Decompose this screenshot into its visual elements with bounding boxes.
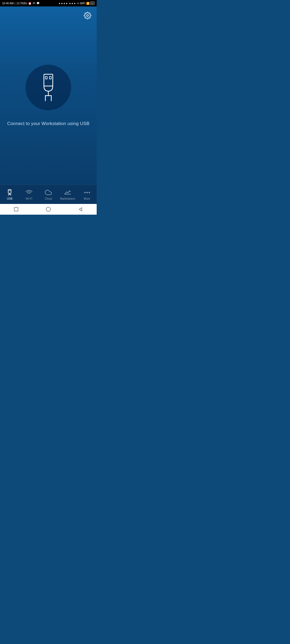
wifi-status-icon: WiFi — [80, 2, 85, 5]
cloud-nav-icon — [45, 189, 52, 196]
battery-icon: 64 — [90, 2, 95, 5]
center-area: Connect to your Workstation using USB — [2, 6, 95, 185]
main-content: Connect to your Workstation using USB — [0, 6, 97, 185]
tab-more-label: More — [84, 197, 90, 200]
alarm-icon: ⏰ — [28, 2, 31, 5]
tab-usb-label: USB — [7, 197, 12, 200]
network-speed-value: 13.7KB/s — [16, 2, 27, 5]
status-bar: 10:46 AM | 13.7KB/s ⏰ 🎮 💬 ▲▲▲▲ ▲▲▲ Vo Wi… — [0, 0, 97, 6]
more-nav-icon — [83, 189, 91, 196]
settings-button[interactable] — [83, 11, 92, 20]
status-right: ▲▲▲▲ ▲▲▲ Vo WiFi 📶 64 — [58, 2, 95, 5]
wifi-nav-icon — [25, 189, 33, 196]
svg-rect-8 — [8, 189, 11, 193]
usb-icon — [36, 73, 60, 102]
svg-rect-1 — [44, 74, 53, 86]
network-speed: | — [15, 2, 15, 5]
tab-more[interactable]: More — [77, 185, 97, 204]
whatsapp-icon: 💬 — [37, 2, 39, 5]
gear-icon — [84, 12, 91, 19]
connect-instruction: Connect to your Workstation using USB — [7, 121, 90, 126]
tab-cloud-label: Cloud — [45, 197, 52, 200]
tab-wifi[interactable]: Wi-Fi — [19, 185, 39, 204]
home-button[interactable] — [43, 204, 54, 215]
dot-1 — [84, 192, 86, 193]
tab-wifi-label: Wi-Fi — [26, 197, 32, 200]
volte-icon: Vo — [77, 2, 79, 5]
signal2-icon: ▲▲▲ — [69, 2, 76, 5]
svg-point-0 — [87, 15, 89, 17]
bottom-nav: USB Wi-Fi Cloud — [0, 185, 97, 204]
svg-rect-2 — [45, 76, 47, 79]
system-nav — [0, 204, 97, 215]
recent-apps-button[interactable] — [11, 204, 21, 215]
svg-marker-16 — [79, 208, 82, 211]
status-left: 10:46 AM | 13.7KB/s ⏰ 🎮 💬 — [2, 2, 39, 5]
usb-nav-icon — [6, 189, 13, 196]
svg-point-12 — [29, 195, 29, 195]
svg-rect-14 — [14, 207, 18, 211]
svg-point-15 — [46, 207, 50, 211]
wifi-icon: 📶 — [86, 2, 89, 5]
tab-cloud[interactable]: Cloud — [39, 185, 58, 204]
usb-circle — [26, 65, 71, 110]
signal-icon: ▲▲▲▲ — [58, 2, 68, 5]
tab-marketplace-label: Marketplace — [60, 197, 75, 200]
marketplace-nav-icon — [64, 189, 71, 196]
back-button[interactable] — [75, 204, 86, 215]
dot-3 — [89, 192, 90, 193]
tab-usb[interactable]: USB — [0, 185, 19, 204]
discord-icon: 🎮 — [32, 2, 35, 5]
time-display: 10:46 AM — [2, 2, 13, 5]
dot-2 — [86, 192, 88, 193]
tab-marketplace[interactable]: Marketplace — [58, 185, 77, 204]
svg-rect-3 — [49, 76, 51, 79]
